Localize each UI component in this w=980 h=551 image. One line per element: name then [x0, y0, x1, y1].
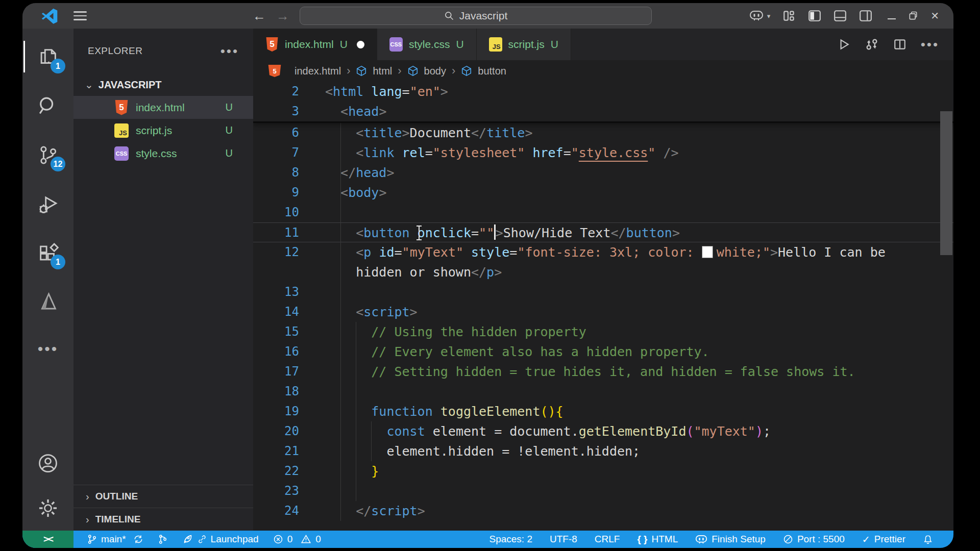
tab-index-html[interactable]: 5 index.html U — [253, 29, 377, 60]
customize-layout-icon[interactable] — [782, 9, 796, 22]
line-number: 24 — [253, 501, 299, 521]
file-style-css[interactable]: CSS style.css U — [74, 142, 253, 165]
remote-indicator[interactable]: >< — [22, 531, 74, 548]
live-server-port-item[interactable]: Port : 5500 — [783, 534, 845, 545]
line-number: 15 — [253, 322, 299, 342]
vertical-scrollbar[interactable] — [940, 111, 952, 255]
gear-icon — [37, 497, 59, 519]
chevron-right-icon: › — [347, 64, 350, 78]
menu-icon[interactable] — [74, 9, 87, 22]
explorer-more-actions[interactable]: ••• — [220, 43, 239, 59]
modified-dot-icon[interactable] — [357, 41, 364, 48]
code-line[interactable]: 7 <link rel="stylesheet" href="style.css… — [253, 143, 953, 163]
html-file-icon: 5 — [267, 65, 282, 77]
scm-graph-icon — [158, 534, 168, 545]
line-number: 21 — [253, 441, 299, 461]
tab-bar: 5 index.html U CSS style.css U JS script… — [253, 29, 953, 60]
breadcrumb-button[interactable]: button — [478, 65, 506, 77]
code-line[interactable]: hidden or shown</p> — [253, 262, 953, 282]
code-editor[interactable]: 2<html lang="en">3 <head> 6 <title>Docum… — [253, 82, 953, 531]
forward-arrow-button[interactable]: → — [276, 8, 289, 24]
code-line[interactable]: 19 function toggleElement(){ — [253, 402, 953, 421]
breadcrumb-file[interactable]: index.html — [295, 65, 341, 77]
more-views-button[interactable]: ••• — [22, 327, 74, 371]
launchpad-item[interactable]: Launchpad — [182, 534, 259, 545]
sidebar-item-run-debug[interactable] — [22, 180, 74, 229]
copilot-status-item[interactable]: Finish Setup — [695, 534, 766, 545]
sidebar-item-prism-extension[interactable] — [22, 278, 74, 327]
accounts-button[interactable] — [22, 441, 74, 486]
formatter-item[interactable]: ✓ Prettier — [862, 534, 905, 545]
copilot-menu[interactable]: ▾ — [749, 10, 771, 21]
settings-button[interactable] — [22, 486, 74, 531]
toggle-secondary-sidebar-icon[interactable] — [859, 9, 872, 22]
code-line[interactable]: 13 — [253, 282, 953, 302]
code-line[interactable]: 16 // Every element also has a hidden pr… — [253, 342, 953, 362]
code-line[interactable]: 21 element.hidden = !element.hidden; — [253, 441, 953, 461]
code-line[interactable]: 9 <body> — [253, 183, 953, 203]
code-line[interactable]: 6 <title>Document</title> — [253, 123, 953, 143]
braces-icon: { } — [637, 534, 647, 545]
chevron-right-icon: › — [398, 64, 401, 78]
open-changes-icon[interactable] — [865, 37, 879, 52]
tab-script-js[interactable]: JS script.js U — [477, 29, 571, 60]
eol-item[interactable]: CRLF — [595, 534, 620, 545]
git-status-badge: U — [226, 102, 253, 113]
close-button[interactable]: ✕ — [930, 10, 939, 22]
line-number: 9 — [253, 183, 299, 203]
file-index-html[interactable]: 5 index.html U — [74, 96, 253, 119]
indentation-item[interactable]: Spaces: 2 — [489, 534, 532, 545]
code-line[interactable]: 8 </head> — [253, 163, 953, 183]
problems-item[interactable]: 0 0 — [273, 534, 321, 545]
code-line[interactable]: 14 <script> — [253, 302, 953, 322]
minimize-button[interactable] — [888, 10, 896, 22]
breadcrumb-html[interactable]: html — [373, 65, 392, 77]
chevron-right-icon: › — [86, 491, 89, 503]
code-line[interactable]: 10 — [253, 203, 953, 222]
outline-section[interactable]: › OUTLINE — [74, 485, 253, 508]
sidebar-item-explorer[interactable]: 1 — [22, 33, 74, 82]
line-number: 8 — [253, 163, 299, 183]
search-text: Javascript — [459, 10, 508, 22]
code-line[interactable]: 15 // Using the hidden property — [253, 322, 953, 342]
sidebar-title: EXPLORER — [88, 45, 142, 57]
command-center-search[interactable]: Javascript — [300, 7, 652, 25]
line-number: 6 — [253, 123, 299, 143]
code-line[interactable]: 11 <button onclick="">Show/Hide Text</bu… — [253, 222, 953, 242]
sidebar-item-extensions[interactable]: 1 — [22, 229, 74, 278]
code-line[interactable]: 17 // Setting hidden = true hides it, an… — [253, 362, 953, 382]
css-file-icon: CSS — [114, 146, 129, 161]
language-mode-item[interactable]: { } HTML — [637, 534, 678, 545]
tab-style-css[interactable]: CSS style.css U — [377, 29, 477, 60]
code-line[interactable]: 23 — [253, 481, 953, 501]
restore-button[interactable] — [908, 11, 918, 21]
encoding-item[interactable]: UTF-8 — [550, 534, 577, 545]
code-line[interactable]: 12 <p id="myText" style="font-size: 3xl;… — [253, 242, 953, 262]
notifications-bell-icon[interactable] — [923, 534, 933, 545]
sidebar-item-search[interactable] — [22, 82, 74, 131]
breadcrumb-body[interactable]: body — [424, 65, 446, 77]
run-button[interactable] — [837, 38, 850, 51]
scm-graph-item[interactable] — [158, 534, 168, 545]
split-editor-icon[interactable] — [893, 38, 906, 51]
toggle-primary-sidebar-icon[interactable] — [808, 9, 821, 22]
code-line[interactable]: 18 — [253, 382, 953, 402]
back-arrow-button[interactable]: ← — [253, 8, 266, 24]
sidebar-item-source-control[interactable]: 12 — [22, 131, 74, 180]
code-line[interactable]: 3 <head> — [253, 102, 953, 121]
prism-icon — [36, 290, 60, 314]
code-line[interactable]: 24 </script> — [253, 501, 953, 521]
code-line[interactable]: 22 } — [253, 461, 953, 481]
file-script-js[interactable]: JS script.js U — [74, 119, 253, 142]
line-number: 7 — [253, 143, 299, 163]
color-swatch — [702, 246, 713, 258]
vscode-window: ← → Javascript ▾ — [22, 3, 953, 548]
folder-javascript[interactable]: ⌄ JAVASCRIPT — [74, 73, 253, 96]
code-line[interactable]: 2<html lang="en"> — [253, 82, 953, 102]
git-branch-item[interactable]: main* — [87, 534, 143, 545]
toggle-panel-icon[interactable] — [834, 9, 847, 22]
title-bar: ← → Javascript ▾ — [22, 3, 953, 29]
timeline-section[interactable]: › TIMELINE — [74, 508, 253, 531]
code-line[interactable]: 20 const element = document.getElementBy… — [253, 421, 953, 441]
editor-more-actions[interactable]: ••• — [921, 37, 939, 53]
